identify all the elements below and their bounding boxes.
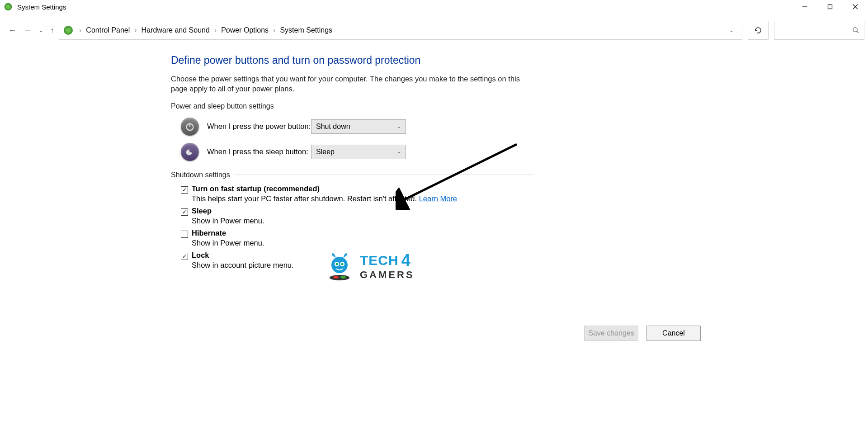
cancel-button[interactable]: Cancel	[646, 326, 701, 341]
refresh-button[interactable]	[748, 21, 769, 40]
section-shutdown-header: Shutdown settings	[171, 171, 533, 179]
sleep-checkbox[interactable]: ✓	[181, 208, 188, 216]
sleep-icon	[181, 143, 199, 161]
section-divider	[235, 175, 533, 175]
titlebar-controls	[792, 0, 868, 14]
nav-forward-button[interactable]: →	[24, 26, 32, 35]
svg-point-13	[330, 275, 349, 280]
power-button-label: When I press the power button:	[207, 122, 311, 131]
nav-back-button[interactable]: ←	[8, 26, 16, 35]
breadcrumb-power[interactable]: Power Options	[219, 26, 270, 34]
watermark: TECH 4 GAMERS	[326, 251, 415, 281]
fast-startup-row: ✓ Turn on fast startup (recommended) Thi…	[181, 184, 533, 203]
svg-point-19	[336, 263, 338, 265]
breadcrumb-current[interactable]: System Settings	[278, 26, 334, 34]
content-panel: Define power buttons and turn on passwor…	[0, 41, 533, 270]
nav-up-button[interactable]: ↑	[50, 26, 54, 35]
section-power-sleep-header: Power and sleep button settings	[171, 102, 533, 110]
watermark-text: TECH 4 GAMERS	[360, 251, 415, 281]
chevron-down-icon: ⌄	[397, 149, 401, 155]
titlebar: System Settings	[0, 0, 868, 14]
svg-point-15	[340, 276, 346, 279]
fast-startup-label: Turn on fast startup (recommended)	[192, 184, 320, 193]
hibernate-label: Hibernate	[192, 229, 226, 237]
svg-point-7	[66, 28, 71, 33]
titlebar-app-icon	[4, 2, 13, 11]
power-button-value: Shut down	[316, 123, 350, 131]
sleep-row: ✓ Sleep Show in Power menu.	[181, 207, 533, 225]
sleep-button-value: Sleep	[316, 148, 335, 156]
section-label: Power and sleep button settings	[171, 102, 274, 110]
page-heading: Define power buttons and turn on passwor…	[171, 54, 533, 66]
sleep-button-dropdown[interactable]: Sleep ⌄	[311, 145, 406, 159]
address-dropdown-button[interactable]: ⌄	[725, 27, 738, 33]
search-icon	[852, 27, 859, 34]
fast-startup-checkbox[interactable]: ✓	[181, 186, 188, 194]
search-input[interactable]	[774, 21, 864, 40]
save-changes-button[interactable]: Save changes	[584, 326, 638, 341]
watermark-mascot-icon	[326, 251, 354, 281]
sleep-button-label: When I press the sleep button:	[207, 147, 311, 156]
chevron-right-icon: ›	[76, 26, 84, 34]
fast-startup-desc: This helps start your PC faster after sh…	[192, 194, 533, 203]
maximize-button[interactable]	[817, 0, 843, 14]
nav-recent-button[interactable]: ⌄	[39, 28, 43, 33]
watermark-line2: GAMERS	[360, 269, 415, 281]
svg-point-8	[853, 28, 857, 32]
svg-point-14	[333, 276, 339, 279]
section-label: Shutdown settings	[171, 171, 230, 179]
sleep-desc: Show in Power menu.	[192, 217, 533, 225]
breadcrumb-hardware[interactable]: Hardware and Sound	[140, 26, 212, 34]
button-row: Save changes Cancel	[584, 326, 701, 341]
maximize-icon	[827, 4, 833, 9]
hibernate-checkbox[interactable]	[181, 231, 188, 238]
learn-more-link[interactable]: Learn More	[419, 194, 457, 203]
navbar: ← → ⌄ ↑ › Control Panel › Hardware and S…	[0, 20, 868, 41]
hibernate-row: Hibernate Show in Power menu.	[181, 229, 533, 247]
nav-arrows: ← → ⌄ ↑	[4, 26, 59, 35]
close-icon	[853, 4, 858, 9]
sleep-button-row: When I press the sleep button: Sleep ⌄	[181, 143, 533, 161]
titlebar-text: System Settings	[17, 3, 66, 11]
svg-point-16	[331, 257, 348, 273]
refresh-icon	[754, 26, 762, 34]
breadcrumb-root[interactable]: Control Panel	[84, 26, 132, 34]
chevron-right-icon: ›	[132, 26, 139, 34]
address-bar[interactable]: › Control Panel › Hardware and Sound › P…	[59, 21, 742, 40]
address-bar-icon	[63, 25, 74, 36]
chevron-right-icon: ›	[212, 26, 219, 34]
svg-point-1	[6, 5, 10, 9]
lock-checkbox[interactable]: ✓	[181, 253, 188, 260]
chevron-down-icon: ⌄	[397, 123, 401, 129]
watermark-line1: TECH 4	[360, 251, 415, 270]
minimize-icon	[802, 4, 807, 9]
power-button-row: When I press the power button: Shut down…	[181, 118, 533, 136]
page-description: Choose the power settings that you want …	[171, 74, 533, 94]
svg-rect-3	[828, 5, 832, 9]
svg-line-9	[857, 31, 859, 33]
breadcrumb: › Control Panel › Hardware and Sound › P…	[76, 26, 725, 34]
section-divider	[278, 106, 533, 106]
lock-label: Lock	[192, 251, 209, 260]
power-icon	[181, 118, 199, 136]
close-button[interactable]	[843, 0, 868, 14]
hibernate-desc: Show in Power menu.	[192, 239, 533, 247]
chevron-right-icon: ›	[270, 26, 278, 34]
svg-point-20	[341, 263, 344, 265]
sleep-label: Sleep	[192, 207, 212, 215]
power-button-dropdown[interactable]: Shut down ⌄	[311, 119, 406, 134]
minimize-button[interactable]	[792, 0, 817, 14]
